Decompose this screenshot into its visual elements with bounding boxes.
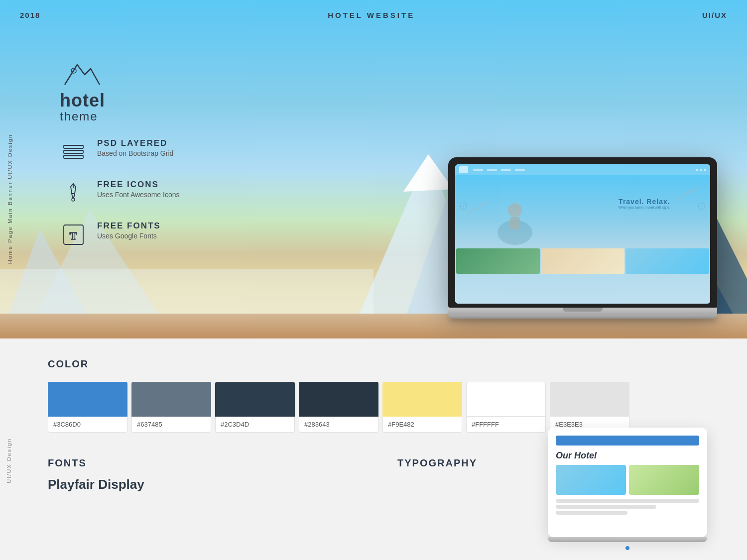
feature-fonts-text: FREE FONTS Uses Google Fonts <box>97 221 161 240</box>
feature-psd-subtitle: Based on Bootstrap Grid <box>97 149 173 157</box>
lower-sidebar-label: UI/UX Design <box>0 411 18 510</box>
tablet-text-line-3 <box>556 511 627 515</box>
laptop-thumb-2 <box>541 248 624 274</box>
laptop-nav-dot <box>696 169 698 171</box>
feature-fonts-title: FREE FONTS <box>97 221 161 231</box>
tablet-dot <box>625 546 629 550</box>
fonts-section: FONTS Playfair Display <box>48 457 368 492</box>
laptop-nav-dot <box>700 169 702 171</box>
laptop-screen-content: shutterstock shutterstock Travel. Relax.… <box>455 164 710 304</box>
swatch-color-box <box>299 382 378 417</box>
uiux-label: UI/UX <box>702 11 727 19</box>
feature-free-icons: FREE ICONS Uses Font Awesome Icons <box>60 180 179 207</box>
svg-point-17 <box>72 198 75 201</box>
color-swatch: #F9E482 <box>382 382 462 433</box>
lower-sidebar-text: UI/UX Design <box>6 438 12 483</box>
laptop-screen-outer: shutterstock shutterstock Travel. Relax.… <box>448 157 717 308</box>
laptop-screen-inner: shutterstock shutterstock Travel. Relax.… <box>455 164 710 304</box>
font-name: Playfair Display <box>48 477 368 492</box>
hero-sidebar-text: Home Page Main Banner UI/UX Design <box>0 60 20 338</box>
color-swatch: #E3E3E3 <box>550 382 629 433</box>
swatch-hex-label: #F9E482 <box>382 417 462 433</box>
feature-fonts-subtitle: Uses Google Fonts <box>97 232 161 240</box>
page-title: HOTEL WEBSITE <box>328 11 415 19</box>
feature-psd-text: PSD LAYERED Based on Bootstrap Grid <box>97 138 173 157</box>
mountain-logo-icon <box>60 60 105 87</box>
tablet-header-bar <box>556 436 699 446</box>
laptop-thumbnails <box>455 247 710 275</box>
tablet-base <box>548 537 707 542</box>
svg-rect-16 <box>64 155 83 158</box>
svg-rect-14 <box>64 145 83 148</box>
watermark-right: shutterstock <box>676 185 700 201</box>
laptop-bottom <box>448 315 717 319</box>
feature-icons-subtitle: Uses Font Awesome Icons <box>97 191 179 199</box>
svg-rect-22 <box>510 217 520 229</box>
fonts-section-title: FONTS <box>48 457 368 469</box>
laptop-nav-dot <box>704 169 706 171</box>
color-swatch: #2C3D4D <box>215 382 295 433</box>
logo-text-theme: theme <box>60 110 179 123</box>
hotel-logo: hotel theme <box>60 60 179 123</box>
laptop-thumb-label-1 <box>456 248 540 250</box>
laptop-next-arrow: › <box>698 203 705 210</box>
tablet-title: Our Hotel <box>556 450 699 461</box>
laptop-nav-link <box>487 169 497 171</box>
swatch-hex-label: #FFFFFF <box>466 417 546 433</box>
laptop-nav-link <box>501 169 511 171</box>
hero-section: Home Page Main Banner UI/UX Design hotel… <box>0 0 747 338</box>
feature-icons-title: FREE ICONS <box>97 180 179 190</box>
swatch-hex-label: #3C86D0 <box>48 417 127 433</box>
svg-rect-15 <box>64 150 83 153</box>
laptop-nav-dots <box>696 169 706 171</box>
laptop-nav-link <box>515 169 525 171</box>
tablet-text-line-1 <box>556 499 699 503</box>
svg-marker-8 <box>403 154 453 192</box>
swatch-color-box <box>466 382 546 417</box>
top-bar: 2018 HOTEL WEBSITE UI/UX <box>0 0 747 30</box>
laptop-nav-links <box>473 169 525 171</box>
color-swatches: #3C86D0#637485#2C3D4D#283643#F9E482#FFFF… <box>48 382 717 433</box>
laptop-device: shutterstock shutterstock Travel. Relax.… <box>448 157 717 319</box>
svg-text:T: T <box>70 229 77 242</box>
swatch-color-box <box>215 382 295 417</box>
laptop-arrows: ‹ › <box>455 203 710 210</box>
swatch-color-box <box>48 382 127 417</box>
laptop-base <box>448 308 717 315</box>
laptop-thumb-1 <box>456 248 540 274</box>
laptop-nav-link <box>473 169 483 171</box>
swatch-color-box <box>550 382 629 417</box>
lower-section: UI/UX Design COLOR #3C86D0#637485#2C3D4D… <box>0 338 747 560</box>
color-swatch: #3C86D0 <box>48 382 127 433</box>
tablet-mockup-container: Our Hotel <box>548 428 707 550</box>
swatch-hex-label: #283643 <box>299 417 378 433</box>
laptop-navbar <box>455 164 710 175</box>
tablet-img-2 <box>629 465 699 495</box>
laptop-prev-arrow: ‹ <box>460 203 467 210</box>
feature-psd-layered: PSD LAYERED Based on Bootstrap Grid <box>60 138 179 166</box>
laptop-notch <box>563 308 603 312</box>
laptop-thumb-label-3 <box>625 248 709 250</box>
swatch-color-box <box>382 382 462 417</box>
typography-icon: T <box>60 221 87 248</box>
swatch-color-box <box>131 382 211 417</box>
feature-psd-title: PSD LAYERED <box>97 138 173 148</box>
color-swatch: #FFFFFF <box>466 382 546 433</box>
color-section-label: COLOR <box>48 358 717 370</box>
pen-tool-icon <box>60 180 87 207</box>
feature-free-fonts: T FREE FONTS Uses Google Fonts <box>60 221 179 248</box>
laptop-hero-area: shutterstock shutterstock Travel. Relax.… <box>455 175 710 247</box>
laptop-thumb-label-2 <box>541 248 624 250</box>
laptop-nav-logo <box>459 166 468 173</box>
feature-icons-text: FREE ICONS Uses Font Awesome Icons <box>97 180 179 199</box>
logo-text-hotel: hotel <box>60 92 179 110</box>
tablet-img-1 <box>556 465 626 495</box>
year-label: 2018 <box>20 11 40 19</box>
swatch-hex-label: #637485 <box>131 417 211 433</box>
hero-content: hotel theme PSD LAYERED Based on Bootstr… <box>60 60 179 262</box>
tablet-device: Our Hotel <box>548 428 707 537</box>
tablet-text-line-2 <box>556 505 656 509</box>
color-swatch: #283643 <box>299 382 378 433</box>
color-swatch: #637485 <box>131 382 211 433</box>
feature-list: PSD LAYERED Based on Bootstrap Grid <box>60 138 179 248</box>
